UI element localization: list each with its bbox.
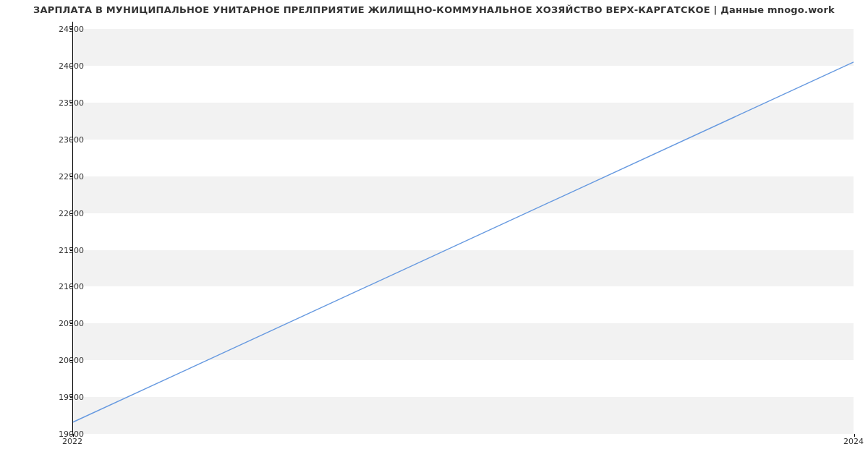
chart-title: ЗАРПЛАТА В МУНИЦИПАЛЬНОЕ УНИТАРНОЕ ПРЕЛП… (0, 4, 868, 15)
y-tick-label: 22500 (41, 171, 84, 181)
line-series (73, 22, 854, 433)
y-tick-label: 23000 (41, 134, 84, 144)
y-tick-label: 20500 (41, 319, 84, 328)
y-tick-label: 24500 (41, 25, 84, 34)
y-tick-label: 21500 (41, 245, 84, 255)
y-tick-label: 22000 (41, 208, 84, 218)
y-tick-label: 21000 (41, 282, 84, 291)
y-tick-label: 24000 (41, 61, 84, 71)
y-tick-label: 23500 (41, 98, 84, 107)
plot-area (72, 22, 854, 434)
series-path (73, 62, 854, 422)
y-tick-label: 20000 (41, 356, 84, 365)
chart-container: ЗАРПЛАТА В МУНИЦИПАЛЬНОЕ УНИТАРНОЕ ПРЕЛП… (0, 0, 868, 470)
y-tick-label: 19500 (41, 393, 84, 402)
x-tick-label: 2024 (843, 437, 864, 446)
x-tick-label: 2022 (62, 437, 82, 446)
